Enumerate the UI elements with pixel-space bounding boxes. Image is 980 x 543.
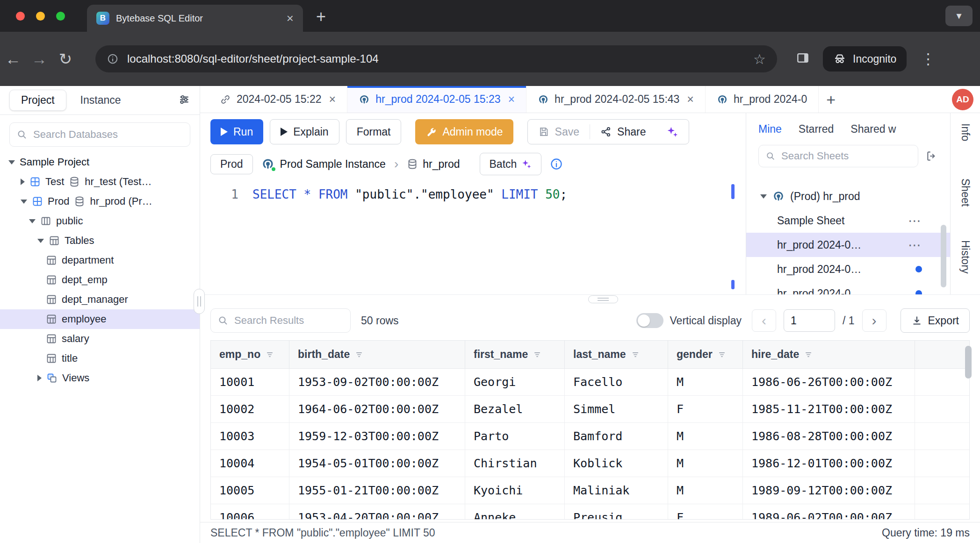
column-header-hire-date[interactable]: hire_date [743, 341, 915, 369]
close-window-button[interactable] [16, 12, 25, 21]
tab-search-button[interactable]: ▾ [945, 6, 973, 26]
vertical-display-toggle[interactable] [636, 313, 663, 328]
close-tab-icon[interactable]: × [287, 12, 294, 24]
results-scrollbar-thumb[interactable] [965, 346, 972, 379]
caret-down-icon[interactable] [760, 194, 767, 199]
tab-shared[interactable]: Shared w [850, 123, 896, 136]
sort-icon[interactable] [717, 350, 727, 359]
admin-mode-button[interactable]: Admin mode [415, 119, 513, 144]
sort-icon[interactable] [533, 350, 542, 359]
tree-env-test[interactable]: Test hr_test (Test… [0, 172, 200, 192]
tree-table-title[interactable]: title [0, 349, 200, 368]
open-sheet-icon[interactable] [926, 150, 938, 162]
results-search[interactable] [210, 308, 351, 333]
sheet-item[interactable]: hr_prod 2024-0… [746, 257, 950, 281]
tree-table-dept-emp[interactable]: dept_emp [0, 270, 200, 290]
reload-button[interactable]: ↻ [52, 50, 79, 68]
explain-button[interactable]: Explain [270, 119, 339, 144]
tab-starred[interactable]: Starred [799, 123, 834, 136]
database-search-input[interactable] [33, 129, 183, 141]
tree-tables-group[interactable]: Tables [0, 231, 200, 250]
back-button[interactable]: ← [0, 50, 26, 68]
splitter-handle[interactable] [588, 295, 618, 303]
browser-tab[interactable]: B Bytebase SQL Editor × [87, 5, 303, 32]
editor-tab-4[interactable]: hr_prod 2024-0 [706, 86, 819, 113]
editor-tab-1[interactable]: 2024-02-05 15:22 × [209, 86, 347, 113]
page-input[interactable] [784, 309, 835, 332]
sheet-item-sample[interactable]: Sample Sheet ⋯ [746, 208, 950, 233]
caret-down-icon[interactable] [37, 239, 44, 243]
info-icon[interactable] [550, 157, 563, 171]
run-button[interactable]: Run [210, 119, 263, 144]
tree-views-group[interactable]: Views [0, 368, 200, 388]
editor-tab-3[interactable]: hr_prod 2024-02-05 15:43 × [526, 86, 706, 113]
caret-right-icon[interactable] [21, 179, 25, 185]
sheet-search[interactable] [758, 145, 918, 167]
sort-icon[interactable] [804, 350, 813, 359]
results-search-input[interactable] [234, 314, 344, 327]
column-header-emp-no[interactable]: emp_no [211, 341, 289, 369]
ai-assistant-button[interactable] [656, 120, 689, 144]
caret-down-icon[interactable] [29, 219, 36, 223]
sheet-scrollbar-thumb[interactable] [941, 225, 946, 287]
sheet-search-input[interactable] [781, 150, 911, 162]
sidebar-resize-handle[interactable] [194, 289, 205, 314]
tree-table-department[interactable]: department [0, 250, 200, 270]
prev-page-button[interactable]: ‹ [752, 309, 776, 332]
format-button[interactable]: Format [346, 119, 402, 144]
editor-tab-2-active[interactable]: hr_prod 2024-02-05 15:23 × [347, 86, 526, 113]
tab-project[interactable]: Project [9, 90, 66, 111]
address-bar[interactable]: localhost:8080/sql-editor/sheet/project-… [95, 45, 777, 72]
close-icon[interactable]: × [329, 93, 336, 105]
filter-settings-icon[interactable] [178, 93, 190, 106]
next-page-button[interactable]: › [862, 309, 886, 332]
share-button[interactable]: Share [590, 120, 656, 144]
rail-tab-info[interactable]: Info [959, 123, 972, 141]
sort-icon[interactable] [354, 350, 364, 359]
caret-down-icon[interactable] [8, 160, 15, 164]
editor-scrollbar-thumb[interactable] [731, 184, 735, 199]
bookmark-star-icon[interactable]: ☆ [753, 51, 766, 67]
tree-schema-public[interactable]: public [0, 211, 200, 231]
minimize-window-button[interactable] [36, 12, 45, 21]
caret-down-icon[interactable] [21, 200, 27, 204]
database-selector[interactable]: hr_prod [407, 158, 460, 171]
site-info-icon[interactable] [107, 53, 119, 65]
sheet-group-row[interactable]: (Prod) hr_prod [746, 184, 950, 208]
close-icon[interactable]: × [687, 93, 694, 105]
zoom-window-button[interactable] [56, 12, 65, 21]
side-panel-icon[interactable] [796, 51, 810, 65]
environment-chip[interactable]: Prod [210, 154, 253, 174]
rail-tab-sheet[interactable]: Sheet [959, 179, 972, 207]
sql-editor[interactable]: 1 SELECT * FROM "public"."employee" LIMI… [200, 185, 746, 204]
sort-icon[interactable] [631, 350, 640, 359]
browser-menu-icon[interactable]: ⋮ [921, 50, 936, 68]
tab-mine[interactable]: Mine [758, 123, 782, 136]
export-button[interactable]: Export [901, 308, 970, 333]
user-avatar[interactable]: AD [952, 89, 973, 110]
new-tab-button[interactable]: + [316, 8, 326, 25]
tree-env-prod[interactable]: Prod hr_prod (Pr… [0, 192, 200, 211]
more-menu-icon[interactable]: ⋯ [908, 237, 922, 253]
column-header-birth-date[interactable]: birth_date [289, 341, 465, 369]
caret-right-icon[interactable] [37, 375, 42, 381]
instance-selector[interactable]: Prod Sample Instance [261, 157, 386, 171]
column-header-gender[interactable]: gender [668, 341, 743, 369]
horizontal-splitter[interactable] [200, 294, 980, 304]
sheet-item-selected[interactable]: hr_prod 2024-0… ⋯ [746, 233, 950, 257]
tab-instance[interactable]: Instance [80, 94, 121, 107]
tree-table-employee-selected[interactable]: employee [0, 309, 200, 329]
save-button[interactable]: Save [528, 120, 590, 144]
tree-project-sample[interactable]: Sample Project [0, 152, 200, 172]
rail-tab-history[interactable]: History [959, 240, 972, 274]
tree-table-dept-manager[interactable]: dept_manager [0, 290, 200, 309]
tree-table-salary[interactable]: salary [0, 329, 200, 349]
sort-icon[interactable] [265, 350, 274, 359]
column-header-first-name[interactable]: first_name [465, 341, 565, 369]
close-icon[interactable]: × [508, 93, 515, 105]
more-menu-icon[interactable]: ⋯ [908, 213, 922, 229]
column-header-last-name[interactable]: last_name [565, 341, 668, 369]
batch-button[interactable]: Batch [480, 153, 542, 175]
forward-button[interactable]: → [26, 50, 52, 68]
sheet-item[interactable]: hr_prod 2024-0… [746, 281, 950, 294]
